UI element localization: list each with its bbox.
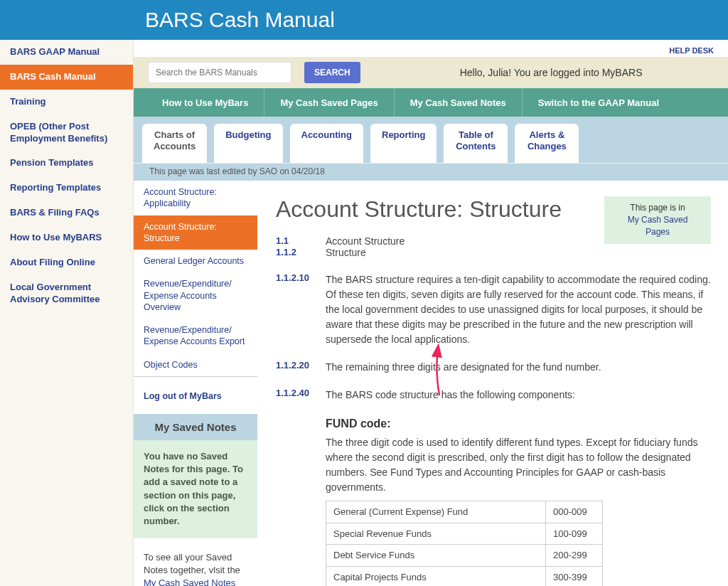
sidebar-item[interactable]: Training bbox=[0, 90, 133, 114]
search-input[interactable] bbox=[148, 62, 291, 83]
table-cell: Capital Projects Funds bbox=[326, 566, 546, 586]
section-text: The BARS code structure has the followin… bbox=[326, 388, 575, 403]
left-sidebar: BARS GAAP ManualBARS Cash ManualTraining… bbox=[0, 40, 134, 586]
section-nav-item[interactable]: General Ledger Accounts bbox=[134, 250, 257, 272]
logout-link[interactable]: Log out of MyBars bbox=[144, 391, 222, 401]
sidebar-item[interactable]: Local Government Advisory Committee bbox=[0, 275, 133, 312]
table-row: Capital Projects Funds300-399 bbox=[326, 566, 603, 586]
section-number[interactable]: 1.1.2.20 bbox=[276, 360, 326, 375]
help-bar: HELP DESK bbox=[134, 40, 728, 57]
section-nav-item[interactable]: Account Structure: Applicability bbox=[134, 181, 257, 215]
tab[interactable]: Accounting bbox=[301, 129, 353, 141]
section-number[interactable]: 1.1.2.10 bbox=[276, 272, 326, 347]
tab[interactable]: Table ofContents bbox=[455, 129, 496, 151]
section-nav-item[interactable]: Revenue/Expenditure/ Expense Accounts Ex… bbox=[134, 319, 257, 353]
table-cell: General (Current Expense) Fund bbox=[326, 501, 546, 523]
saved-page-badge: This page is in My Cash Saved Pages bbox=[604, 196, 711, 243]
table-cell: 000-009 bbox=[546, 501, 603, 523]
last-edited: This page was last edited by SAO on 04/2… bbox=[134, 164, 728, 181]
fund-table: General (Current Expense) Fund000-009Spe… bbox=[326, 501, 603, 586]
table-row: General (Current Expense) Fund000-009 bbox=[326, 501, 603, 523]
tab[interactable]: Alerts &Changes bbox=[526, 129, 567, 151]
topnav-item[interactable]: Switch to the GAAP Manual bbox=[522, 88, 675, 117]
top-nav: How to Use MyBarsMy Cash Saved PagesMy C… bbox=[134, 88, 728, 117]
search-login-bar: SEARCH Hello, Julia! You are logged into… bbox=[134, 57, 728, 88]
saved-badge-pre: This page is in bbox=[630, 203, 685, 213]
section-nav-item[interactable]: Revenue/Expenditure/ Expense Accounts Ov… bbox=[134, 272, 257, 319]
table-cell: Special Revenue Funds bbox=[326, 523, 546, 545]
breadcrumb-number[interactable]: 1.1 bbox=[276, 235, 326, 247]
saved-notes-together: To see all your Saved Notes together, vl… bbox=[134, 538, 257, 586]
breadcrumb-label: Structure bbox=[326, 247, 366, 258]
saved-notes-body: You have no Saved Notes for this page. T… bbox=[134, 440, 257, 538]
topnav-item[interactable]: My Cash Saved Pages bbox=[264, 88, 393, 117]
sidebar-item[interactable]: Pension Templates bbox=[0, 151, 133, 176]
help-desk-link[interactable]: HELP DESK bbox=[669, 46, 714, 55]
sidebar-item[interactable]: Reporting Templates bbox=[0, 176, 133, 201]
saved-badge-link[interactable]: My Cash Saved Pages bbox=[628, 215, 688, 237]
page-title: BARS Cash Manual bbox=[145, 8, 335, 32]
topnav-item[interactable]: My Cash Saved Notes bbox=[394, 88, 522, 117]
breadcrumb-number[interactable]: 1.1.2 bbox=[276, 247, 326, 258]
sidebar-item[interactable]: How to Use MyBARS bbox=[0, 225, 133, 250]
saved-notes-header: My Saved Notes bbox=[134, 414, 257, 440]
saved-notes-pre: To see all your Saved Notes together, vl… bbox=[144, 552, 240, 575]
sidebar-item[interactable]: OPEB (Other Post Employment Benefits) bbox=[0, 114, 133, 151]
sidebar-item[interactable]: BARS & Filing FAQs bbox=[0, 201, 133, 225]
login-message: Hello, Julia! You are logged into MyBARS bbox=[460, 67, 643, 78]
breadcrumb-label: Account Structure bbox=[326, 235, 405, 247]
saved-notes-link[interactable]: My Cash Saved Notes bbox=[144, 577, 235, 586]
article: This page is in My Cash Saved Pages Acco… bbox=[257, 181, 728, 586]
fund-heading: FUND code: bbox=[326, 415, 711, 432]
section-sidebar: Account Structure: ApplicabilityAccount … bbox=[134, 181, 257, 586]
tab[interactable]: Reporting bbox=[382, 129, 425, 141]
section-number[interactable]: 1.1.2.40 bbox=[276, 388, 326, 403]
tab[interactable]: Charts ofAccounts bbox=[154, 129, 196, 151]
topnav-item[interactable]: How to Use MyBars bbox=[146, 88, 264, 117]
table-cell: 200-299 bbox=[546, 545, 603, 567]
tab[interactable]: Budgeting bbox=[225, 129, 271, 141]
sidebar-item[interactable]: BARS GAAP Manual bbox=[0, 40, 133, 65]
section-nav-item[interactable]: Object Codes bbox=[134, 353, 257, 376]
section-nav-item[interactable]: Account Structure: Structure bbox=[134, 215, 257, 250]
tab-bar: Charts ofAccountsBudgetingAccountingRepo… bbox=[134, 117, 728, 163]
table-cell: Debt Service Funds bbox=[326, 545, 546, 567]
top-banner: BARS Cash Manual bbox=[0, 0, 728, 40]
sidebar-item[interactable]: BARS Cash Manual bbox=[0, 65, 133, 90]
section-text: The BARS structure requires a ten-digit … bbox=[326, 272, 711, 347]
table-row: Special Revenue Funds100-099 bbox=[326, 523, 603, 545]
sidebar-item[interactable]: About Filing Online bbox=[0, 250, 133, 275]
table-cell: 300-399 bbox=[546, 566, 603, 586]
table-cell: 100-099 bbox=[546, 523, 603, 545]
fund-intro: The three digit code is used to identify… bbox=[326, 437, 697, 493]
search-button[interactable]: SEARCH bbox=[304, 62, 360, 83]
section-text: The remaining three digits are designate… bbox=[326, 360, 601, 375]
table-row: Debt Service Funds200-299 bbox=[326, 545, 603, 567]
